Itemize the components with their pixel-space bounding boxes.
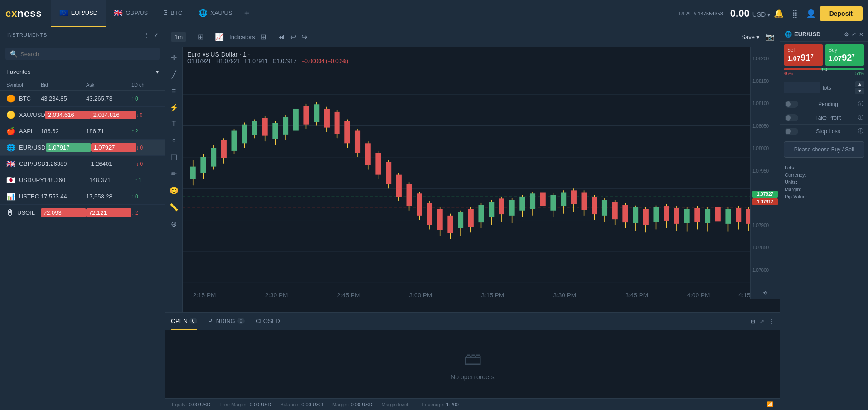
xauusd-ask: 2,034.816 — [91, 111, 136, 119]
timeframe-button[interactable]: 1m — [171, 32, 186, 42]
redo-icon[interactable]: ↪ — [301, 33, 307, 41]
zoom-reset-icon[interactable]: ⟲ — [752, 290, 778, 296]
indicators-icon[interactable]: 📈 — [215, 33, 224, 41]
svg-text:2:15 PM: 2:15 PM — [193, 292, 216, 299]
trade-settings-icon[interactable]: ⚙ — [844, 31, 849, 38]
stop-loss-info-icon[interactable]: ⓘ — [858, 127, 863, 135]
margin-level-label: Margin level: — [381, 402, 409, 407]
trade-close-icon[interactable]: ✕ — [859, 31, 863, 38]
svg-rect-57 — [427, 203, 432, 225]
trade-fullscreen-icon[interactable]: ⤢ — [852, 31, 856, 38]
stop-loss-toggle[interactable] — [785, 128, 798, 135]
svg-text:2:45 PM: 2:45 PM — [337, 292, 360, 299]
price-label: 1.08000 — [752, 146, 778, 151]
back-history-icon[interactable]: ⏮ — [277, 33, 285, 41]
tab-closed-orders[interactable]: CLOSED — [256, 313, 280, 330]
sidebar-expand-icon[interactable]: ⤢ — [154, 32, 159, 38]
trend-line-tool[interactable]: ╱ — [169, 68, 179, 82]
list-item[interactable]: 🟠 BTC 43,234.85 43,265.73 ↑ 0 — [0, 91, 165, 107]
sell-button[interactable]: Sell 1.07917 — [784, 44, 823, 66]
buy-price-small: 7 — [852, 53, 854, 59]
search-box: 🔍 — [5, 48, 160, 60]
tab-pending-orders[interactable]: PENDING 0 — [208, 313, 245, 330]
ruler-tool[interactable]: 📏 — [167, 200, 181, 214]
fib-tool[interactable]: ⚡ — [167, 101, 181, 115]
balance-dropdown-icon[interactable]: ▾ — [767, 12, 770, 18]
pending-toggle-knob — [786, 101, 791, 107]
camera-icon[interactable]: 📷 — [765, 33, 774, 41]
grid-icon[interactable]: ⣿ — [792, 9, 798, 19]
svg-rect-89 — [592, 197, 597, 214]
brush-tool[interactable]: ✏ — [168, 167, 179, 181]
shape-tool[interactable]: ◫ — [168, 150, 180, 164]
emoji-tool[interactable]: 😊 — [167, 183, 181, 198]
list-item[interactable]: 🌐 EUR/USD 1.07917 1.07927 ↓ 0 — [0, 140, 165, 156]
trade-info-pip: Pip Value: — [785, 193, 863, 200]
zoom-tool[interactable]: ⊕ — [168, 217, 179, 231]
tab-xauusd[interactable]: 🌐 XAU/US — [190, 0, 240, 27]
tab-eurusd[interactable]: 🇪🇺 EUR/USD — [51, 0, 106, 27]
take-profit-info-icon[interactable]: ⓘ — [858, 114, 863, 121]
sidebar-options-icon[interactable]: ⋮ — [144, 32, 150, 38]
svg-rect-99 — [643, 209, 649, 225]
account-balance-display: 0.00 USD ▾ — [730, 8, 770, 19]
svg-rect-103 — [664, 206, 669, 221]
layout-icon[interactable]: ⊞ — [260, 33, 266, 41]
pending-toggle[interactable] — [785, 101, 798, 108]
list-item[interactable]: 🟡 XAU/USD 2,034.616 2,034.816 ↓ 0 — [0, 107, 165, 123]
measure-tool[interactable]: ⌖ — [169, 134, 179, 147]
favorites-dropdown-icon[interactable]: ▾ — [156, 69, 159, 75]
undo-icon[interactable]: ↩ — [290, 33, 296, 41]
buy-price: 1.07927 — [829, 53, 861, 63]
search-input[interactable] — [20, 51, 155, 58]
tab-btc[interactable]: ₿ BTC — [156, 0, 190, 27]
orders-content: 🗃 No open orders — [165, 330, 780, 398]
horizontal-line-tool[interactable]: ≡ — [169, 84, 179, 98]
aapl-change: ↑ 2 — [131, 128, 159, 135]
list-item[interactable]: 📊 USTEC 17,553.44 17,558.28 ↑ 0 — [0, 188, 165, 205]
save-button[interactable]: Save ▾ — [741, 34, 760, 40]
take-profit-toggle[interactable] — [785, 114, 798, 121]
margin-status: Margin: 0.00 USD — [332, 402, 372, 407]
svg-rect-79 — [540, 193, 546, 207]
pending-info-icon[interactable]: ⓘ — [858, 100, 863, 108]
list-item[interactable]: 🇯🇵 USD/JPY 148.360 148.371 ↑ 1 — [0, 172, 165, 188]
empty-orders-text: No open orders — [451, 373, 495, 381]
account-currency: USD — [752, 11, 766, 18]
deposit-button[interactable]: Deposit — [820, 6, 863, 21]
tab-open-orders[interactable]: OPEN 0 — [171, 313, 197, 330]
indicators-label[interactable]: Indicators — [229, 34, 255, 40]
spread-bar: 1.0 46% 54% — [780, 68, 868, 78]
orders-filter-icon[interactable]: ⊟ — [751, 318, 755, 325]
margin-currency: USD — [362, 402, 372, 407]
btc-change: ↑ 0 — [131, 96, 159, 102]
take-profit-toggle-row: Take Profit ⓘ — [780, 111, 868, 124]
account-balance-value: 0.00 — [730, 8, 752, 19]
tab-gbpusd[interactable]: 🇬🇧 GBP/US — [106, 0, 156, 27]
lot-decrement-button[interactable]: ▼ — [855, 88, 864, 94]
add-tab-button[interactable]: + — [241, 8, 253, 19]
col-symbol: Symbol — [6, 82, 41, 87]
orders-tabs: OPEN 0 PENDING 0 CLOSED ⊟ ⤢ ⋮ — [165, 312, 780, 330]
svg-rect-33 — [303, 106, 309, 125]
text-tool[interactable]: T — [169, 117, 179, 131]
lot-increment-button[interactable]: ▲ — [855, 81, 864, 87]
orders-tab-icons: ⊟ ⤢ ⋮ — [751, 318, 774, 325]
crosshair-tool[interactable]: ✛ — [168, 51, 179, 65]
place-order-button[interactable]: Please choose Buy / Sell — [784, 141, 864, 158]
sidebar-header-icons: ⋮ ⤢ — [144, 32, 159, 38]
svg-text:2:30 PM: 2:30 PM — [265, 292, 288, 299]
bar-type-icon[interactable]: ⊞ — [198, 33, 204, 41]
list-item[interactable]: 🇬🇧 GBP/USD 1.26389 1.26401 ↓ 0 — [0, 156, 165, 172]
orders-more-icon[interactable]: ⋮ — [769, 318, 774, 325]
equity-status: Equity: 0.00 USD — [172, 402, 210, 407]
list-item[interactable]: 🍎 AAPL 186.62 186.71 ↑ 2 — [0, 123, 165, 140]
list-item[interactable]: 🛢 USOIL 72.093 72.121 ↓ 2 — [0, 205, 165, 221]
favorites-selector[interactable]: Favorites ▾ — [0, 65, 165, 79]
instruments-header: Symbol Bid Ask 1D ch — [0, 79, 165, 91]
alarm-icon[interactable]: 🔔 — [774, 9, 784, 19]
orders-expand-icon[interactable]: ⤢ — [760, 318, 764, 325]
profile-icon[interactable]: 👤 — [806, 9, 816, 19]
lot-size-input[interactable]: 0.01 — [784, 82, 820, 93]
buy-button[interactable]: Buy 1.07927 — [825, 44, 864, 66]
